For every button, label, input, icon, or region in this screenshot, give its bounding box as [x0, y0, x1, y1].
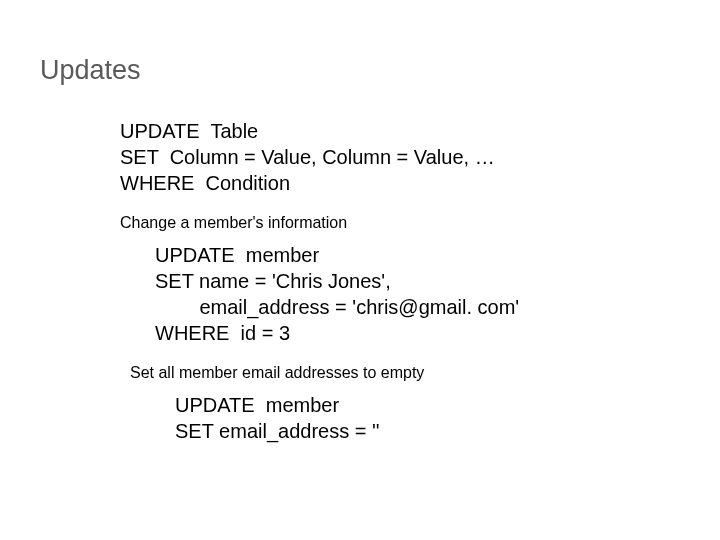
code-line: UPDATE member [175, 392, 720, 418]
syntax-block: UPDATE Table SET Column = Value, Column … [120, 118, 720, 196]
example-1-code: UPDATE member SET name = 'Chris Jones', … [155, 242, 720, 346]
syntax-line: WHERE Condition [120, 170, 720, 196]
code-line: email_address = 'chris@gmail. com' [155, 294, 720, 320]
code-line: UPDATE member [155, 242, 720, 268]
code-line: WHERE id = 3 [155, 320, 720, 346]
slide-title: Updates [40, 55, 720, 86]
syntax-line: SET Column = Value, Column = Value, … [120, 144, 720, 170]
example-1-label: Change a member's information [120, 214, 720, 232]
syntax-line: UPDATE Table [120, 118, 720, 144]
example-2-code: UPDATE member SET email_address = '' [175, 392, 720, 444]
code-line: SET name = 'Chris Jones', [155, 268, 720, 294]
example-2-label: Set all member email addresses to empty [130, 364, 720, 382]
code-line: SET email_address = '' [175, 418, 720, 444]
